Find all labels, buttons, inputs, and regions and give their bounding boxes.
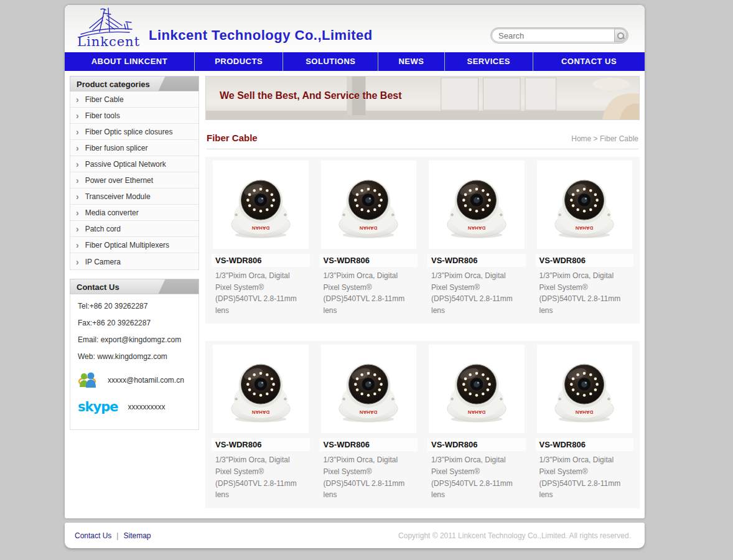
contact-us-header: Contact Us (70, 279, 199, 294)
sidebar-item-patch-cord[interactable]: › Patch cord (70, 221, 198, 237)
category-label: Passive Optical Network (85, 160, 166, 169)
chevron-right-icon: › (76, 95, 79, 104)
category-label: Power over Ethernet (85, 176, 153, 185)
product-image-box (429, 161, 525, 249)
category-label: Fiber Optic splice closures (85, 128, 173, 136)
footer: Contact Us | Sitemap Copyright © 2011 Li… (65, 523, 645, 548)
main-column: We Sell the Best, And Service the Best F… (199, 76, 640, 508)
product-image-box (213, 161, 309, 249)
product-image-box (537, 345, 633, 433)
search-icon (617, 32, 624, 39)
sidebar-item-ip-camera[interactable]: › IP Camera (70, 253, 198, 269)
chevron-right-icon: › (76, 225, 79, 233)
contact-tel: Tel:+86 20 39262287 (78, 302, 192, 310)
breadcrumb: Home > Fiber Cable (571, 134, 638, 143)
dome-camera-image (548, 352, 621, 426)
page-title-row: Fiber Cable Home > Fiber Cable (207, 133, 638, 149)
category-label: Fiber fusion splicer (85, 144, 148, 152)
product-card-5[interactable]: VS-WDR806 1/3"Pixim Orca, Digital Pixel … (207, 343, 315, 500)
category-label: Fiber tools (85, 111, 120, 120)
dome-camera-image (440, 168, 513, 241)
search-input[interactable] (492, 29, 614, 42)
nav-solutions[interactable]: SOLUTIONS (282, 52, 378, 71)
product-image-box (321, 345, 417, 433)
dome-camera-image (224, 168, 297, 241)
page-title: Fiber Cable (207, 133, 258, 143)
product-name: VS-WDR806 (320, 254, 418, 267)
product-card-6[interactable]: VS-WDR806 1/3"Pixim Orca, Digital Pixel … (315, 343, 423, 500)
category-label: Transceiver Module (85, 192, 151, 201)
sidebar-item-fiber-optic-splice-closures[interactable]: › Fiber Optic splice closures (70, 124, 198, 140)
copyright-text: Copyright © 2011 Linkcent Technology Co.… (398, 531, 631, 540)
contact-email: Email: export@kingdomgz.com (78, 335, 192, 344)
sidebar-item-passive-optical-network[interactable]: › Passive Optical Network (70, 156, 198, 172)
logo-wordmark: Linkcent (77, 34, 140, 49)
nav-news[interactable]: NEWS (378, 52, 444, 71)
hero-banner: We Sell the Best, And Service the Best (205, 76, 640, 120)
search-button[interactable] (614, 29, 627, 42)
product-card-1[interactable]: VS-WDR806 1/3"Pixim Orca, Digital Pixel … (207, 159, 315, 316)
product-categories-header: Product categories (70, 76, 199, 91)
contact-details: Tel:+86 20 39262287 Fax:+86 20 39262287 … (70, 294, 199, 430)
nav-contact-us[interactable]: CONTACT US (533, 52, 645, 71)
product-name: VS-WDR806 (536, 438, 634, 451)
chevron-right-icon: › (76, 160, 79, 169)
sidebar-item-fiber-fusion-splicer[interactable]: › Fiber fusion splicer (70, 140, 198, 156)
product-name: VS-WDR806 (320, 438, 418, 451)
sidebar-item-transceiver-module[interactable]: › Transceiver Module (70, 189, 198, 205)
sidebar-item-power-over-ethernet[interactable]: › Power over Ethernet (70, 172, 198, 189)
skype-id: xxxxxxxxxx (128, 403, 165, 411)
product-card-7[interactable]: VS-WDR806 1/3"Pixim Orca, Digital Pixel … (423, 343, 531, 500)
product-name: VS-WDR806 (212, 254, 310, 267)
product-image-box (321, 161, 417, 249)
product-description: 1/3"Pixim Orca, Digital Pixel System® (D… (426, 267, 527, 316)
product-card-3[interactable]: VS-WDR806 1/3"Pixim Orca, Digital Pixel … (423, 159, 531, 316)
product-image-box (429, 345, 525, 433)
product-name: VS-WDR806 (427, 254, 526, 267)
footer-contact-us-link[interactable]: Contact Us (75, 531, 111, 540)
chevron-right-icon: › (76, 128, 79, 136)
dome-camera-image (224, 352, 297, 426)
footer-link-separator: | (116, 531, 118, 540)
product-card-8[interactable]: VS-WDR806 1/3"Pixim Orca, Digital Pixel … (531, 343, 639, 500)
product-card-4[interactable]: VS-WDR806 1/3"Pixim Orca, Digital Pixel … (531, 159, 639, 316)
chevron-right-icon: › (76, 258, 79, 266)
dome-camera-image (332, 352, 405, 426)
product-name: VS-WDR806 (427, 438, 526, 451)
products-row-2: VS-WDR806 1/3"Pixim Orca, Digital Pixel … (205, 341, 640, 508)
footer-links: Contact Us | Sitemap (75, 531, 151, 540)
site-header: Linkcent Linkcent Technology Co.,Limited (65, 5, 645, 52)
sidebar: Product categories › Fiber Cable › Fiber… (70, 76, 199, 508)
product-image-box (213, 345, 309, 433)
chevron-right-icon: › (76, 208, 79, 217)
dome-camera-image (332, 168, 405, 241)
sidebar-item-fiber-cable[interactable]: › Fiber Cable (70, 91, 198, 108)
product-card-2[interactable]: VS-WDR806 1/3"Pixim Orca, Digital Pixel … (315, 159, 423, 316)
chevron-right-icon: › (76, 176, 79, 185)
category-label: Patch cord (85, 225, 121, 233)
footer-sitemap-link[interactable]: Sitemap (123, 531, 151, 540)
banner-slogan: We Sell the Best, And Service the Best (220, 90, 402, 101)
sidebar-item-fiber-tools[interactable]: › Fiber tools (70, 108, 198, 124)
sidebar-item-fiber-optical-multiplexers[interactable]: › Fiber Optical Multiplexers (70, 237, 198, 253)
product-description: 1/3"Pixim Orca, Digital Pixel System® (D… (210, 267, 311, 316)
nav-services[interactable]: SERVICES (444, 52, 533, 71)
breadcrumb-home-link[interactable]: Home (571, 134, 591, 143)
contact-us-panel: Contact Us Tel:+86 20 39262287 Fax:+86 2… (70, 279, 199, 430)
main-navigation: ABOUT LINKCENT PRODUCTS SOLUTIONS NEWS S… (65, 52, 645, 71)
breadcrumb-current: Fiber Cable (600, 134, 638, 143)
msn-row: xxxxx@hotamil.com.cn (78, 371, 192, 390)
product-description: 1/3"Pixim Orca, Digital Pixel System® (D… (535, 451, 635, 500)
nav-about-linkcent[interactable]: ABOUT LINKCENT (65, 52, 194, 71)
nav-products[interactable]: PRODUCTS (194, 52, 283, 71)
skype-row: skype xxxxxxxxxx (78, 399, 192, 414)
sidebar-item-media-converter[interactable]: › Media converter (70, 205, 198, 221)
dome-camera-image (548, 168, 621, 241)
category-label: Fiber Cable (85, 95, 124, 104)
search-bar (490, 27, 628, 44)
product-description: 1/3"Pixim Orca, Digital Pixel System® (D… (319, 267, 419, 316)
msn-address: xxxxx@hotamil.com.cn (108, 376, 184, 385)
skype-logo: skype (78, 399, 118, 414)
logo[interactable]: Linkcent (72, 7, 147, 50)
chevron-right-icon: › (76, 241, 79, 250)
